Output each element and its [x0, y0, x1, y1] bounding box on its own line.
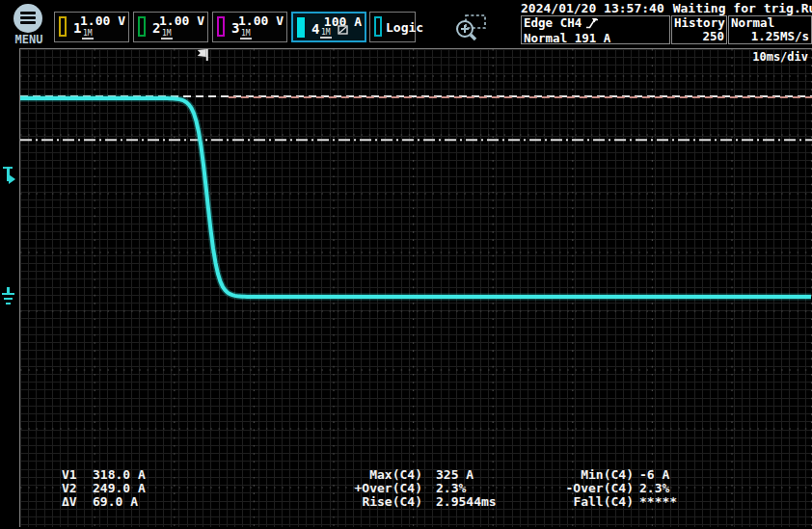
channel-indicators: 11.00 V1M21.00 V1M31.00 V1M4100 A1M: [54, 12, 366, 42]
logic-label: Logic: [386, 20, 423, 35]
channel-color-bar: [217, 16, 225, 37]
history-label: History: [674, 16, 724, 30]
channel-color-bar: [138, 16, 146, 37]
measure-column-1: Max(C4)325 A+Over(C4)2.3%Rise(C4)2.9544m…: [345, 468, 497, 509]
impedance-icon: 1M: [161, 30, 173, 40]
zoom-search-icon[interactable]: [453, 13, 488, 43]
measure-row: -Over(C4)2.3%: [548, 482, 677, 495]
impedance-icon: 1M: [320, 29, 332, 39]
trigger-level: Normal 191 A: [524, 32, 667, 45]
measure-value: 2.3%: [436, 482, 466, 495]
logic-color-bar: [374, 16, 382, 37]
channel-3-indicator[interactable]: 31.00 V1M: [212, 12, 287, 42]
measure-value: -6 A: [639, 468, 669, 482]
cursor-row: V1318.0 A: [62, 468, 146, 482]
channel-1-indicator[interactable]: 11.00 V1M: [54, 12, 129, 42]
channel-scale-value: 1.00 V: [80, 13, 125, 28]
channel-2-indicator[interactable]: 21.00 V1M: [133, 12, 208, 42]
measure-value: 318.0 A: [93, 468, 146, 482]
ground-level-marker[interactable]: [2, 287, 14, 304]
trigger-position-marker[interactable]: [198, 49, 208, 61]
measure-label: -Over(C4): [548, 482, 634, 495]
channel-number: 4: [311, 21, 319, 37]
timebase-label: 10ms/div: [752, 50, 808, 64]
trigger-settings-box[interactable]: Edge CH4 Normal 191 A: [521, 15, 670, 44]
measure-column-2: Min(C4)-6 A-Over(C4)2.3%Fall(C4)*****: [548, 468, 677, 509]
left-margin: [0, 46, 19, 529]
measure-row: Max(C4)325 A: [345, 468, 497, 482]
cursor-row: V2249.0 A: [62, 482, 146, 495]
channel-scale-value: 1.00 V: [159, 13, 204, 28]
measure-label: +Over(C4): [345, 482, 422, 495]
menu-button[interactable]: MENU: [8, 3, 50, 45]
measure-label: V1: [62, 468, 93, 482]
measure-value: 325 A: [436, 468, 474, 482]
measure-label: V2: [62, 482, 93, 495]
impedance-icon: 1M: [240, 30, 252, 40]
sample-rate: 1.25MS/s: [731, 30, 809, 43]
measure-label: Min(C4): [548, 468, 634, 482]
impedance-icon: 1M: [82, 30, 94, 40]
measure-label: Fall(C4): [548, 495, 634, 509]
waveform-graticule: [19, 48, 812, 527]
cursor-readout: V1318.0 AV2249.0 AΔV69.0 A: [62, 468, 146, 509]
hamburger-icon: [14, 4, 42, 33]
measure-value: *****: [639, 495, 677, 509]
channel-4-indicator[interactable]: 4100 A1M: [291, 12, 366, 42]
acquisition-mode: Normal: [731, 16, 809, 30]
status-line: 2024/01/20 13:57:40 Waiting for trig. Ru…: [521, 1, 810, 15]
oscilloscope-screen: MENU 11.00 V1M21.00 V1M31.00 V1M4100 A1M…: [0, 0, 812, 529]
logic-channel-indicator[interactable]: Logic: [369, 12, 416, 42]
trigger-mode: Edge CH4: [524, 16, 667, 32]
measure-value: 2.3%: [639, 482, 669, 495]
history-count: 250: [674, 30, 724, 43]
measure-label: ΔV: [62, 495, 93, 509]
cursor-row: ΔV69.0 A: [62, 495, 146, 509]
ch4-waveform-trace: [20, 98, 811, 297]
measure-value: 69.0 A: [93, 495, 138, 509]
channel-scale-value: 1.00 V: [238, 13, 284, 28]
run-status: Running: [801, 1, 812, 15]
datetime: 2024/01/20 13:57:40: [521, 1, 664, 15]
trigger-level-marker[interactable]: [3, 167, 15, 184]
probe-icon: [338, 20, 348, 39]
measure-row: Min(C4)-6 A: [548, 468, 677, 482]
measure-value: 2.9544ms: [436, 495, 497, 509]
history-box[interactable]: History 250: [671, 15, 727, 44]
trigger-status: Waiting for trig.: [673, 1, 801, 15]
measure-row: Rise(C4)2.9544ms: [345, 495, 497, 509]
measure-row: Fall(C4)*****: [548, 495, 677, 509]
menu-label: MENU: [8, 33, 50, 46]
rising-edge-icon: [585, 17, 599, 32]
measure-label: Rise(C4): [345, 495, 422, 509]
channel-color-bar: [297, 17, 305, 38]
measure-row: +Over(C4)2.3%: [345, 482, 497, 495]
measure-label: Max(C4): [345, 468, 422, 482]
acquisition-box[interactable]: Normal 1.25MS/s: [728, 15, 812, 44]
channel-color-bar: [59, 16, 67, 37]
measure-value: 249.0 A: [93, 482, 146, 495]
